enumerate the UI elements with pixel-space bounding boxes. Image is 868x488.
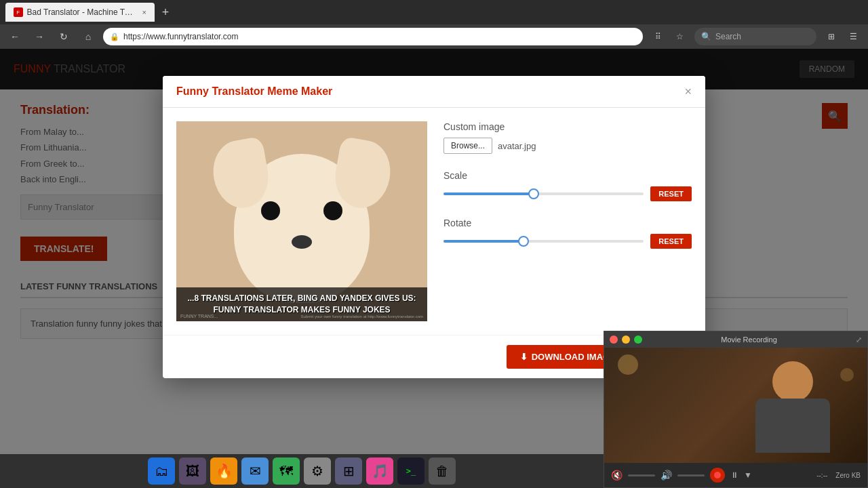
security-lock-icon: 🔒 — [110, 33, 119, 41]
window-close-button[interactable] — [610, 336, 618, 344]
search-icon: 🔍 — [701, 32, 711, 41]
window-minimize-button[interactable] — [622, 336, 630, 344]
tab-bar: F Bad Translator - Machine Translat... ×… — [0, 0, 868, 24]
output-volume-slider[interactable] — [677, 474, 705, 476]
address-text: https://www.funnytranslator.com — [123, 32, 636, 41]
dock-browser-icon[interactable]: 🔥 — [210, 458, 237, 485]
rotate-slider-row: RESET — [443, 234, 692, 249]
browser-search-bar[interactable]: 🔍 Search — [694, 28, 816, 45]
dock-music-icon[interactable]: 🎵 — [366, 458, 393, 485]
options-down-arrow[interactable]: ▼ — [744, 470, 752, 480]
bookmark-button[interactable]: ☆ — [670, 27, 689, 46]
scale-reset-button[interactable]: RESET — [650, 186, 692, 201]
browser-nav-extras: ⊞ ☰ — [822, 27, 863, 46]
dock-mail-icon[interactable]: ✉ — [241, 458, 269, 485]
scale-slider[interactable] — [443, 192, 644, 195]
library-button[interactable]: ⊞ — [822, 27, 841, 46]
custom-image-group: Custom image Browse... avatar.jpg — [443, 121, 692, 154]
recording-controls: 🔇 🔊 ⏸ ▼ --:-- Zero KB — [604, 463, 867, 487]
tab-title: Bad Translator - Machine Translat... — [27, 7, 136, 17]
active-tab[interactable]: F Bad Translator - Machine Translat... × — [5, 3, 155, 22]
input-volume-slider[interactable] — [628, 474, 655, 476]
scale-label: Scale — [443, 170, 692, 181]
person-head — [772, 361, 813, 402]
nav-right-buttons: ⠿ ☆ — [648, 27, 689, 46]
dock-maps-icon[interactable]: 🗺 — [273, 458, 300, 485]
file-input-row: Browse... avatar.jpg — [443, 138, 692, 154]
modal-title: Funny Translator Meme Maker — [176, 85, 332, 98]
movie-recording-window: Movie Recording ⤢ 🔇 🔊 ⏸ ▼ --:-- Zero KB — [604, 331, 868, 488]
meme-url: Submit your own funny translation at htt… — [301, 314, 423, 319]
dock-finder-icon[interactable]: 🗂 — [148, 458, 175, 485]
expand-icon[interactable]: ⤢ — [856, 336, 862, 344]
scale-group: Scale RESET — [443, 170, 692, 201]
meme-watermark: FUNNY TRANS... — [180, 314, 218, 319]
browse-button[interactable]: Browse... — [443, 138, 492, 154]
browser-chrome: F Bad Translator - Machine Translat... ×… — [0, 0, 868, 49]
dog-ear-left — [208, 136, 273, 211]
record-indicator — [714, 472, 721, 479]
reload-button[interactable]: ↻ — [54, 27, 73, 46]
dock: 🗂 🖼 🔥 ✉ 🗺 ⚙ ⊞ 🎵 >_ 🗑 — [0, 454, 604, 488]
recording-title: Movie Recording — [646, 336, 852, 344]
modal-close-button[interactable]: × — [684, 85, 692, 98]
home-button[interactable]: ⌂ — [79, 27, 98, 46]
download-icon: ⬇ — [520, 352, 528, 362]
dog-ear-right — [330, 136, 395, 211]
person-body — [755, 399, 830, 453]
dog-nose — [292, 235, 312, 249]
rotate-reset-button[interactable]: RESET — [650, 234, 692, 249]
tab-close-button[interactable]: × — [142, 8, 146, 16]
dock-apps-icon[interactable]: ⊞ — [335, 458, 362, 485]
meme-preview: FUNNY TRANSLATOR MAKES FUNNY JOKES — [176, 121, 427, 321]
recording-titlebar: Movie Recording ⤢ — [604, 331, 867, 348]
meme-image-section: FUNNY TRANSLATOR MAKES FUNNY JOKES — [176, 121, 427, 321]
meme-bottom-text-line1: ...8 TRANSLATIONS LATER, BING AND YANDEX… — [183, 293, 420, 304]
tab-favicon: F — [14, 7, 23, 17]
scale-slider-row: RESET — [443, 186, 692, 201]
back-button[interactable]: ← — [5, 27, 24, 46]
dog-eye-right — [323, 201, 342, 220]
recording-video — [604, 348, 867, 463]
extensions-button[interactable]: ⠿ — [648, 27, 667, 46]
dog-eye-left — [261, 201, 280, 220]
nav-bar: ← → ↻ ⌂ 🔒 https://www.funnytranslator.co… — [0, 24, 868, 49]
dock-trash-icon[interactable]: 🗑 — [429, 458, 456, 485]
dock-settings-icon[interactable]: ⚙ — [304, 458, 331, 485]
volume-icon[interactable]: 🔊 — [660, 470, 672, 481]
address-bar[interactable]: 🔒 https://www.funnytranslator.com — [103, 28, 643, 45]
rotate-slider[interactable] — [443, 240, 644, 243]
dock-photos-icon[interactable]: 🖼 — [179, 458, 206, 485]
dock-terminal-icon[interactable]: >_ — [397, 458, 425, 485]
modal-body: FUNNY TRANSLATOR MAKES FUNNY JOKES — [163, 108, 705, 335]
file-name: avatar.jpg — [498, 141, 536, 151]
recording-size: Zero KB — [835, 472, 861, 479]
modal-header: Funny Translator Meme Maker × — [163, 76, 705, 108]
record-button[interactable] — [710, 468, 725, 483]
menu-button[interactable]: ☰ — [844, 27, 863, 46]
rotate-label: Rotate — [443, 218, 692, 228]
new-tab-button[interactable]: + — [157, 4, 174, 20]
scale-thumb[interactable] — [528, 188, 539, 199]
window-maximize-button[interactable] — [634, 336, 642, 344]
dog-face — [234, 154, 370, 303]
pause-button[interactable]: ⏸ — [730, 470, 738, 480]
mute-icon[interactable]: 🔇 — [611, 470, 623, 481]
modal-controls: Custom image Browse... avatar.jpg Scale — [443, 121, 692, 321]
search-placeholder: Search — [715, 32, 741, 41]
forward-button[interactable]: → — [30, 27, 49, 46]
rotate-thumb[interactable] — [518, 236, 529, 247]
rotate-group: Rotate RESET — [443, 218, 692, 249]
rotate-track — [443, 240, 524, 243]
custom-image-label: Custom image — [443, 121, 692, 132]
video-person — [604, 348, 867, 463]
scale-track — [443, 192, 534, 195]
recording-time: --:-- — [757, 472, 830, 479]
